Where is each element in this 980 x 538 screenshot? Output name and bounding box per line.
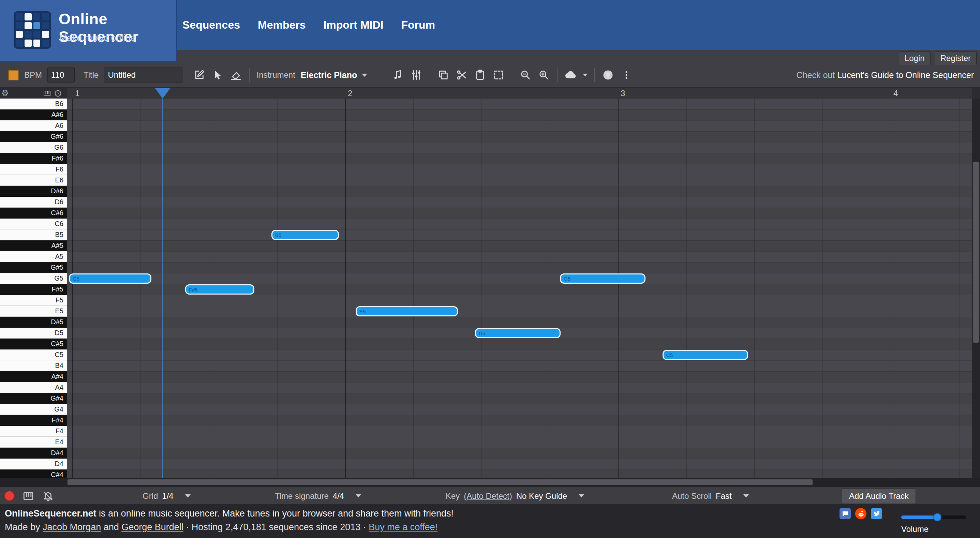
mixer-sliders-icon[interactable] — [410, 68, 423, 81]
zoom-in-icon[interactable] — [538, 68, 550, 81]
piano-key-A#4[interactable]: A#4 — [0, 371, 67, 382]
notification-off-icon[interactable] — [42, 490, 54, 502]
piano-key-E5[interactable]: E5 — [0, 306, 67, 317]
chevron-down-icon[interactable] — [185, 494, 191, 497]
piano-key-G6[interactable]: G6 — [0, 142, 67, 153]
note-G5[interactable]: G5 — [560, 274, 646, 284]
piano-key-F#5[interactable]: F#5 — [0, 284, 67, 295]
piano-key-D5[interactable]: D5 — [0, 328, 67, 339]
twitter-icon[interactable] — [871, 508, 882, 519]
instrument-select[interactable]: Electric Piano — [301, 70, 386, 80]
auto-scroll-select[interactable]: Fast — [716, 491, 732, 501]
piano-key-D#4[interactable]: D#4 — [0, 448, 67, 458]
author-link-jacob[interactable]: Jacob Morgan — [43, 522, 101, 532]
piano-key-A#5[interactable]: A#5 — [0, 240, 67, 251]
clock-icon[interactable] — [54, 89, 62, 97]
midi-keyboard-icon[interactable] — [22, 490, 35, 502]
piano-key-D4[interactable]: D4 — [0, 458, 67, 470]
note-B5[interactable]: B5 — [271, 230, 339, 240]
select-tool-icon[interactable] — [211, 68, 224, 81]
settings-gear-icon[interactable]: ⚙ — [2, 88, 9, 98]
nav-sequences[interactable]: Sequences — [183, 19, 240, 31]
note-D5[interactable]: D5 — [475, 328, 561, 338]
piano-key-G4[interactable]: G4 — [0, 404, 67, 415]
piano-key-A#6[interactable]: A#6 — [0, 110, 67, 120]
time-signature-select[interactable]: 4/4 — [333, 491, 344, 501]
piano-key-F4[interactable]: F4 — [0, 426, 67, 437]
reddit-icon[interactable] — [855, 508, 867, 519]
piano-key-G#4[interactable]: G#4 — [0, 393, 67, 404]
nav-members[interactable]: Members — [258, 19, 306, 31]
paste-icon[interactable] — [474, 68, 487, 81]
note-grid[interactable]: G5F#5B5E5D5G5C5 — [67, 99, 972, 478]
chevron-down-icon[interactable] — [579, 494, 584, 497]
piano-key-C#5[interactable]: C#5 — [0, 339, 67, 349]
horizontal-scrollbar[interactable] — [0, 478, 980, 487]
piano-key-D6[interactable]: D6 — [0, 197, 67, 208]
piano-key-B6[interactable]: B6 — [0, 99, 67, 110]
piano-key-C#6[interactable]: C#6 — [0, 208, 67, 218]
piano-key-A6[interactable]: A6 — [0, 120, 67, 131]
piano-key-G5[interactable]: G5 — [0, 273, 67, 284]
volume-slider[interactable] — [901, 516, 966, 519]
marquee-select-icon[interactable] — [492, 68, 505, 81]
nav-forum[interactable]: Forum — [401, 19, 435, 31]
cloud-save-menu-caret[interactable] — [583, 74, 587, 76]
note-F#5[interactable]: F#5 — [185, 284, 255, 294]
note-settings-icon[interactable] — [391, 68, 404, 81]
register-button[interactable]: Register — [935, 51, 977, 65]
measure-ruler[interactable]: 1234 — [67, 88, 972, 99]
piano-key-B5[interactable]: B5 — [0, 229, 67, 240]
piano-key-C6[interactable]: C6 — [0, 218, 67, 229]
key-guide-select[interactable]: No Key Guide — [516, 491, 567, 501]
note-C5[interactable]: C5 — [663, 350, 748, 360]
discord-icon[interactable] — [840, 508, 851, 519]
chevron-down-icon[interactable] — [356, 494, 361, 497]
piano-key-A5[interactable]: A5 — [0, 251, 67, 262]
cut-icon[interactable] — [455, 68, 468, 81]
piano-key-C#4[interactable]: C#4 — [0, 470, 67, 478]
piano-key-E4[interactable]: E4 — [0, 437, 67, 448]
piano-key-G#6[interactable]: G#6 — [0, 131, 67, 142]
piano-key-C5[interactable]: C5 — [0, 349, 67, 360]
piano-key-D#5[interactable]: D#5 — [0, 317, 67, 328]
cloud-save-icon[interactable] — [564, 68, 577, 81]
nav-import-midi[interactable]: Import MIDI — [323, 19, 383, 31]
piano-key-F5[interactable]: F5 — [0, 295, 67, 306]
promo-link[interactable]: Lucent's Guide to Online Sequencer — [837, 70, 974, 80]
vertical-scrollbar[interactable] — [972, 99, 980, 478]
record-button[interactable] — [4, 490, 15, 501]
login-button[interactable]: Login — [899, 51, 931, 65]
zoom-out-icon[interactable] — [519, 68, 532, 81]
vertical-scrollbar-thumb[interactable] — [973, 162, 979, 343]
volume-slider-knob[interactable] — [933, 513, 942, 521]
eraser-tool-icon[interactable] — [229, 68, 242, 81]
piano-icon[interactable] — [43, 89, 51, 97]
add-audio-track-button[interactable]: Add Audio Track — [842, 488, 916, 504]
piano-key-A4[interactable]: A4 — [0, 382, 67, 393]
playhead-handle[interactable] — [155, 88, 170, 99]
note-color-swatch[interactable] — [8, 70, 19, 80]
more-options-icon[interactable] — [620, 68, 633, 81]
piano-key-F#4[interactable]: F#4 — [0, 415, 67, 426]
title-input[interactable] — [104, 67, 183, 83]
piano-key-D#6[interactable]: D#6 — [0, 186, 67, 197]
logo-block[interactable]: Online Sequencer Make music online — [0, 0, 177, 62]
coffee-link[interactable]: Buy me a coffee! — [369, 522, 438, 532]
piano-key-G#5[interactable]: G#5 — [0, 262, 67, 273]
auto-detect-link[interactable]: (Auto Detect) — [464, 491, 512, 501]
help-icon[interactable]: ? — [601, 68, 614, 81]
horizontal-scrollbar-thumb[interactable] — [67, 479, 813, 485]
copy-icon[interactable] — [437, 68, 450, 81]
author-link-george[interactable]: George Burdell — [121, 522, 183, 532]
piano-key-B4[interactable]: B4 — [0, 360, 67, 371]
piano-key-F#6[interactable]: F#6 — [0, 153, 67, 164]
note-G5[interactable]: G5 — [69, 274, 151, 284]
piano-key-F6[interactable]: F6 — [0, 164, 67, 175]
chevron-down-icon[interactable] — [743, 494, 749, 497]
edit-title-icon[interactable] — [192, 68, 205, 81]
note-E5[interactable]: E5 — [356, 306, 458, 317]
piano-key-E6[interactable]: E6 — [0, 175, 67, 186]
grid-size-select[interactable]: 1/4 — [162, 491, 173, 501]
bpm-input[interactable] — [48, 67, 75, 83]
